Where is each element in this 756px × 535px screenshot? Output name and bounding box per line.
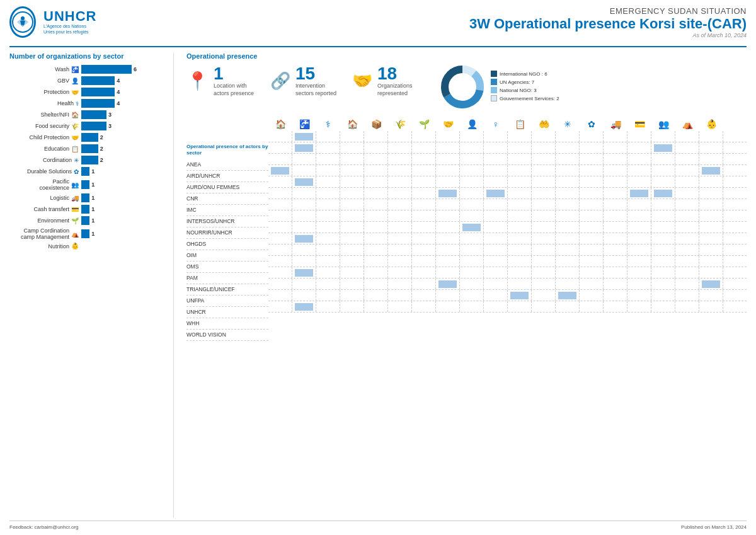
bar-sector-icon: 🤝 — [71, 89, 79, 96]
bar-row: Wash🚰6 — [9, 65, 161, 74]
org-name: TRIANGLE/UNICEF — [186, 284, 268, 296]
grid-cell — [604, 210, 627, 221]
grid-cell — [651, 290, 675, 301]
grid-cell — [651, 279, 675, 289]
grid-cell — [651, 233, 675, 244]
grid-cell — [651, 267, 675, 278]
grid-cell — [436, 165, 460, 176]
stat-sectors: 🔗 15 Intervention sectors reported — [270, 65, 340, 97]
filled-cell — [486, 190, 505, 197]
bar-fill — [81, 193, 89, 202]
bar-sector-name: Logistic — [50, 195, 69, 201]
bar-label: Cordination✳ — [9, 157, 79, 164]
grid-cell — [364, 301, 388, 312]
legend-dot-intl — [491, 71, 497, 77]
org-name: OIM — [186, 250, 268, 262]
filled-cell — [295, 133, 314, 141]
logo-circle — [9, 6, 36, 38]
grid-cell — [388, 290, 412, 301]
grid-cell — [484, 131, 508, 142]
grid-cell — [268, 222, 292, 233]
grid-cell — [388, 244, 412, 255]
grid-cell — [699, 301, 723, 312]
grid-cell — [532, 176, 556, 187]
grid-cell — [651, 188, 675, 198]
grid-cell — [268, 165, 292, 176]
grid-cell — [604, 165, 627, 176]
grid-cell — [675, 142, 699, 153]
grid-cell — [675, 267, 699, 278]
filled-cell — [558, 292, 577, 299]
bar-sector-icon: 🏠 — [71, 112, 79, 118]
grid-cell — [268, 176, 292, 187]
grid-cell — [436, 301, 460, 312]
grid-cell — [316, 176, 340, 187]
grid-cell — [532, 222, 556, 233]
bar-fill — [81, 110, 106, 119]
donut-area: International NGO : 6 UN Agencies: 7 Nat… — [440, 65, 559, 109]
grid-cell — [364, 199, 388, 210]
grid-cell — [675, 199, 699, 210]
grid-cell — [412, 176, 436, 187]
grid-cell — [292, 131, 316, 142]
grid-cell — [316, 131, 340, 142]
bar-row: GBV👤4 — [9, 76, 161, 85]
grid-cell — [436, 188, 460, 198]
bar-container: 1 — [81, 216, 161, 225]
grid-cell — [268, 199, 292, 210]
legend-un: UN Agencies: 7 — [491, 79, 559, 85]
filled-cell — [510, 292, 529, 299]
filled-cell — [438, 280, 457, 288]
header-left: UNHCR L'Agence des Nations Unies pour le… — [9, 6, 85, 41]
grid-cell — [508, 233, 532, 244]
grid-cell — [340, 131, 364, 142]
grid-cell — [627, 301, 651, 312]
location-icon: 📍 — [186, 71, 209, 91]
grid-cell — [436, 142, 460, 153]
filled-cell — [295, 144, 314, 152]
grid-cell — [532, 290, 556, 301]
bar-container: 1 — [81, 205, 161, 214]
grid-cell — [556, 222, 580, 233]
sector-icon-cell: 🤝 — [436, 118, 460, 130]
grid-cell — [580, 142, 604, 153]
bar-label: Food security🌾 — [9, 123, 79, 130]
bar-container: 3 — [81, 122, 161, 130]
grid-cell — [484, 267, 508, 278]
bar-fill — [81, 133, 98, 142]
grid-cell — [412, 290, 436, 301]
grid-cell — [292, 233, 316, 244]
grid-cell — [460, 142, 484, 153]
filled-cell — [295, 303, 314, 311]
grid-cell — [316, 188, 340, 198]
grid-cell — [627, 188, 651, 198]
bar-sector-name: Child Protection — [29, 134, 69, 141]
sector-icon-cell: 👶 — [699, 118, 723, 130]
grid-cell — [292, 142, 316, 153]
grid-cell — [508, 188, 532, 198]
grid-cell — [604, 199, 627, 210]
bar-row: Cash transfert💳1 — [9, 205, 161, 214]
grid-cell — [699, 256, 723, 267]
grid-cell — [364, 142, 388, 153]
grid-cell — [484, 244, 508, 255]
table-row — [268, 301, 747, 313]
bar-number: 2 — [100, 157, 103, 163]
grid-cell — [412, 301, 436, 312]
grid-cell — [675, 176, 699, 187]
grid-cell — [292, 222, 316, 233]
grid-cell — [651, 222, 675, 233]
grid-cell — [436, 267, 460, 278]
grid-cell — [316, 142, 340, 153]
sector-icon-cell: 📋 — [508, 118, 532, 130]
grid-cell — [604, 176, 627, 187]
bar-number: 1 — [91, 168, 94, 175]
grid-cell — [484, 142, 508, 153]
org-cells-grid — [268, 131, 747, 313]
table-row — [268, 142, 747, 154]
bar-chart: Wash🚰6GBV👤4Protection🤝4Health⚕4Shelter/N… — [9, 65, 161, 250]
right-panel: Operational presence 📍 1 Location with a… — [186, 52, 747, 518]
bar-row: Cordination✳2 — [9, 156, 161, 164]
grid-cell — [340, 165, 364, 176]
grid-cell — [460, 279, 484, 289]
